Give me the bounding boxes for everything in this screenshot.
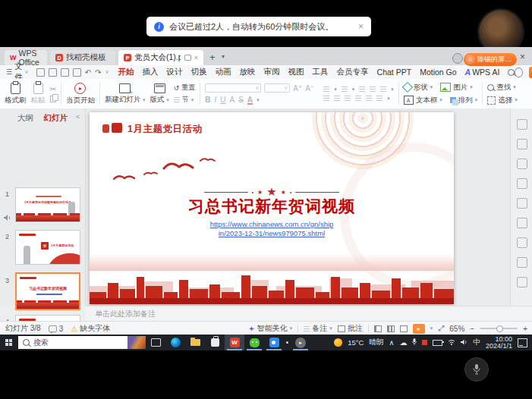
tab-motiongo[interactable]: Motion Go <box>420 68 456 77</box>
fullscreen-icon[interactable]: ⤢ <box>438 324 444 333</box>
volume-icon[interactable] <box>461 338 467 347</box>
slides-tab[interactable]: 幻灯片 <box>44 113 68 124</box>
zoom-slider-knob[interactable] <box>496 325 503 332</box>
zoom-level[interactable]: 65% <box>449 325 464 333</box>
find-button[interactable]: 查找▾ <box>487 83 516 93</box>
tab-slideshow[interactable]: 放映 <box>240 67 256 77</box>
copy-icon[interactable] <box>50 96 56 102</box>
zoom-in-button[interactable]: + <box>523 325 527 333</box>
wps-account-avatar[interactable] <box>452 53 463 64</box>
panel-docer-icon[interactable] <box>517 198 527 209</box>
font-color-button[interactable]: A <box>247 96 253 104</box>
tab-chatppt[interactable]: Chat PPT <box>377 68 412 77</box>
underline-button[interactable]: U <box>220 96 225 104</box>
select-button[interactable]: 选择▾ <box>487 96 518 105</box>
panel-transition-icon[interactable] <box>517 178 527 189</box>
tab-close-icon[interactable]: × <box>194 54 198 61</box>
slide-hyperlink[interactable]: https://www.chinanews.com.cn/gn/ship in/… <box>90 220 454 238</box>
zoom-slider[interactable] <box>480 328 518 329</box>
justify-icon[interactable] <box>355 96 361 101</box>
eye-protect-icon[interactable] <box>184 55 190 61</box>
share-button[interactable]: ↗ 分享 <box>529 67 532 78</box>
output-icon[interactable] <box>49 68 57 77</box>
tab-docer-templates[interactable]: D 找稻壳模板 <box>50 50 115 65</box>
textbox-button[interactable]: A文本框▾ <box>404 96 442 105</box>
action-center-icon[interactable] <box>518 338 527 347</box>
columns-icon[interactable] <box>366 96 372 101</box>
edge-taskbar-button[interactable] <box>165 335 185 350</box>
arrange-button[interactable]: 排列▾ <box>450 96 478 105</box>
tab-member[interactable]: 会员专享 <box>337 67 369 77</box>
weather-condition[interactable]: 晴朗 <box>369 338 383 347</box>
weather-temp[interactable]: 15°C <box>348 338 364 347</box>
wechat-taskbar-button[interactable] <box>244 335 264 350</box>
start-button[interactable] <box>0 335 18 350</box>
bullet-list-icon[interactable] <box>323 86 329 92</box>
shadow-button[interactable]: A <box>230 96 235 104</box>
picture-button[interactable]: 图片▾ <box>440 83 473 93</box>
bold-button[interactable]: B <box>205 96 210 104</box>
slide-thumb-3-selected[interactable]: 习总书记新年贺词视频 <box>15 272 80 310</box>
tab-home-ribbon[interactable]: 开始 <box>118 67 134 77</box>
file-explorer-button[interactable] <box>185 335 205 350</box>
italic-button[interactable]: I <box>214 96 216 104</box>
number-list-icon[interactable] <box>342 86 348 92</box>
panel-animation-icon[interactable] <box>517 139 527 149</box>
chevron-down-icon[interactable]: ∨ <box>105 69 109 75</box>
font-size-select[interactable]: ∨ <box>264 83 290 93</box>
comments-button[interactable]: 批注 <box>338 323 363 334</box>
search-icon[interactable] <box>508 69 515 76</box>
strike-button[interactable]: S <box>238 96 244 104</box>
new-slide-button[interactable]: 新建幻灯片 ▾ <box>105 83 146 105</box>
tab-active-document[interactable]: P 党员大会(1).pptx × <box>118 50 203 65</box>
meeting-taskbar-button[interactable] <box>264 335 284 350</box>
line-spacing-icon[interactable] <box>380 86 386 92</box>
panel-help-icon[interactable] <box>517 257 527 268</box>
font-name-select[interactable]: ∨ <box>205 83 261 93</box>
outline-tab[interactable]: 大纲 <box>17 113 33 124</box>
comment-counter[interactable]: 3 <box>49 325 64 333</box>
tab-transition[interactable]: 切换 <box>191 67 207 77</box>
recorder-taskbar-button[interactable]: ▸ <box>291 335 310 350</box>
beautify-button[interactable]: ✦ 智能美化▾ <box>248 323 292 334</box>
cut-icon[interactable]: ✂ <box>50 85 56 93</box>
indent-icon[interactable] <box>370 86 376 92</box>
new-tab-button[interactable]: + <box>209 52 216 63</box>
panel-more-icon[interactable] <box>517 277 527 287</box>
preview-icon[interactable] <box>73 68 81 77</box>
notes-button[interactable]: 备注▾ <box>304 323 332 334</box>
panel-properties-icon[interactable] <box>517 119 527 130</box>
undo-icon[interactable]: ↶ <box>85 68 91 77</box>
align-right-icon[interactable] <box>345 96 351 101</box>
redo-icon[interactable]: ↷ <box>95 68 101 77</box>
taskbar-clock[interactable]: 10:00 2024/1/1 <box>486 336 512 350</box>
battery-icon[interactable] <box>433 340 442 346</box>
reset-button[interactable]: ↺重置 <box>174 83 196 93</box>
normal-view-icon[interactable] <box>374 325 382 332</box>
slide-thumb-2[interactable]: 壹 1月主题党日活动 <box>15 230 80 265</box>
layout-button[interactable]: 版式 ▾ <box>150 83 169 105</box>
weather-sun-icon[interactable] <box>334 338 342 347</box>
wps-taskbar-button[interactable]: W <box>225 335 244 350</box>
outdent-icon[interactable] <box>359 86 365 92</box>
print-icon[interactable] <box>61 68 69 77</box>
ime-indicator[interactable]: 中 <box>473 338 480 347</box>
notes-area[interactable]: 单击此处添加备注 <box>86 306 532 322</box>
banner-close-icon[interactable]: × <box>358 21 364 32</box>
zoom-out-button[interactable]: − <box>470 325 474 333</box>
panel-chart-icon[interactable] <box>517 218 527 228</box>
slide-title[interactable]: 习总书记新年贺词视频 <box>90 196 454 217</box>
panel-design-icon[interactable] <box>517 159 527 169</box>
tab-wps-ai[interactable]: AWPS AI <box>465 68 500 77</box>
task-view-button[interactable] <box>146 335 165 350</box>
decrease-font-icon[interactable]: A⁻ <box>305 84 314 93</box>
play-from-current-button[interactable]: ▸ 当页开始 <box>66 83 95 105</box>
network-icon[interactable] <box>448 338 455 347</box>
taskbar-search-box[interactable]: 搜索 <box>18 336 146 349</box>
paste-button[interactable]: 粘贴 <box>31 83 46 105</box>
format-painter-button[interactable]: 格式刷 <box>5 83 27 105</box>
sorter-view-icon[interactable] <box>387 325 395 332</box>
tab-animation[interactable]: 动画 <box>216 67 231 77</box>
panel-comment-icon[interactable] <box>517 237 527 248</box>
meeting-mic-button[interactable] <box>464 357 489 382</box>
